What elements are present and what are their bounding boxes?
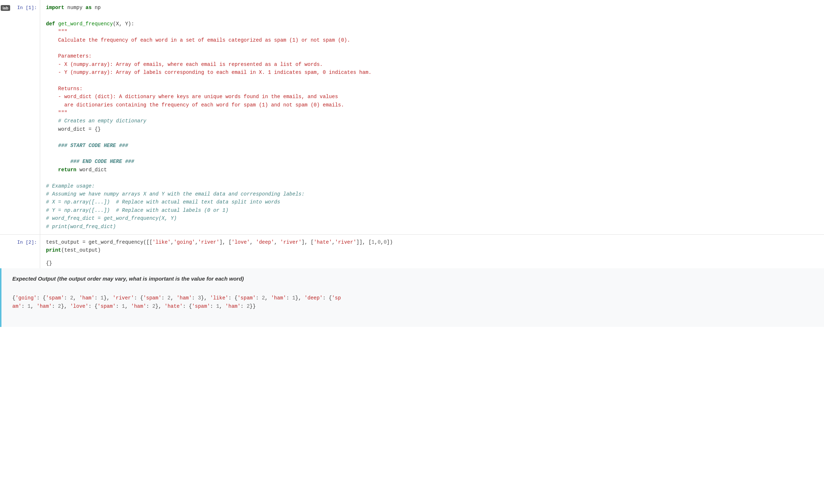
code-line: # word_freq_dict = get_word_frequency(X,…: [46, 214, 818, 222]
cell-2-gutter: In [2]:: [0, 235, 40, 258]
code-line: are dictionaries containing the frequenc…: [46, 101, 818, 109]
code-line: def get_word_frequency(X, Y):: [46, 20, 818, 28]
cell-1-label: In [1]:: [17, 5, 37, 10]
code-line: Returns:: [46, 85, 818, 93]
expected-line-1: {'going': {'spam': 2, 'ham': 1}, 'river'…: [12, 295, 341, 301]
cell-2-output: {}: [0, 258, 824, 268]
code-line: # Y = np.array([...]) # Replace with act…: [46, 206, 818, 214]
code-line: [46, 12, 818, 20]
code-line: """: [46, 28, 818, 36]
code-line: # Example usage:: [46, 182, 818, 190]
code-line: import numpy as np: [46, 4, 818, 12]
code-line: [46, 77, 818, 85]
code-line: # print(word_freq_dict): [46, 223, 818, 231]
expected-output-title: Expected Output (the output order may va…: [12, 276, 813, 282]
code-line: # X = np.array([...]) # Replace with act…: [46, 198, 818, 206]
code-line: [46, 174, 818, 182]
expected-output-section: Expected Output (the output order may va…: [0, 268, 824, 327]
code-line: word_dict = {}: [46, 125, 818, 133]
cell-1: lab In [1]: import numpy as np def get_w…: [0, 0, 824, 234]
code-line: [46, 44, 818, 52]
cell-1-content[interactable]: import numpy as np def get_word_frequenc…: [40, 0, 824, 234]
notebook: lab In [1]: import numpy as np def get_w…: [0, 0, 824, 504]
code-line: ### START CODE HERE ###: [46, 142, 818, 150]
code-line: - Y (numpy.array): Array of labels corre…: [46, 68, 818, 76]
code-line: [46, 133, 818, 141]
code-line: print(test_output): [46, 246, 818, 254]
code-line: # Assuming we have numpy arrays X and Y …: [46, 190, 818, 198]
code-line: ### END CODE HERE ###: [46, 158, 818, 165]
cell-1-gutter: lab In [1]:: [0, 0, 40, 234]
cell-2-label: In [2]:: [17, 240, 37, 245]
code-line: return word_dict: [46, 166, 818, 174]
output-body: {}: [40, 258, 824, 268]
cell-2-content[interactable]: test_output = get_word_frequency([['like…: [40, 235, 824, 258]
lab-badge: lab: [1, 5, 10, 11]
expected-line-2: am': 1, 'ham': 2}, 'love': {'spam': 1, '…: [12, 303, 256, 309]
code-line: - word_dict (dict): A dictionary where k…: [46, 93, 818, 101]
code-line: Parameters:: [46, 52, 818, 60]
cell-2: In [2]: test_output = get_word_frequency…: [0, 234, 824, 258]
code-line: Calculate the frequency of each word in …: [46, 36, 818, 44]
code-line: """: [46, 109, 818, 117]
code-line: - X (numpy.array): Array of emails, wher…: [46, 60, 818, 68]
code-line: test_output = get_word_frequency([['like…: [46, 238, 818, 246]
code-line: [46, 150, 818, 158]
code-line: # Creates an empty dictionary: [46, 117, 818, 125]
expected-output-code: {'going': {'spam': 2, 'ham': 1}, 'river'…: [12, 285, 813, 320]
output-gutter: [0, 258, 40, 268]
